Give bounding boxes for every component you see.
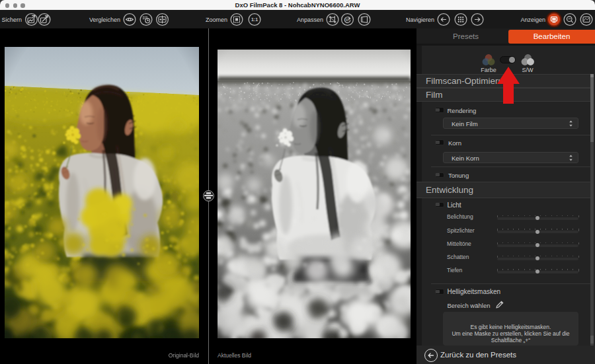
svg-text:90°: 90° — [345, 18, 350, 22]
svg-text:1:1: 1:1 — [251, 17, 258, 22]
svg-text:Anpassen: Anpassen — [297, 17, 323, 23]
svg-text:Zoomen: Zoomen — [206, 17, 227, 23]
svg-text:Anzeigen: Anzeigen — [520, 17, 545, 23]
svg-text:Vergleichen: Vergleichen — [89, 17, 120, 23]
svg-text:Navigieren: Navigieren — [406, 17, 434, 23]
svg-text:Sichern: Sichern — [1, 17, 22, 23]
